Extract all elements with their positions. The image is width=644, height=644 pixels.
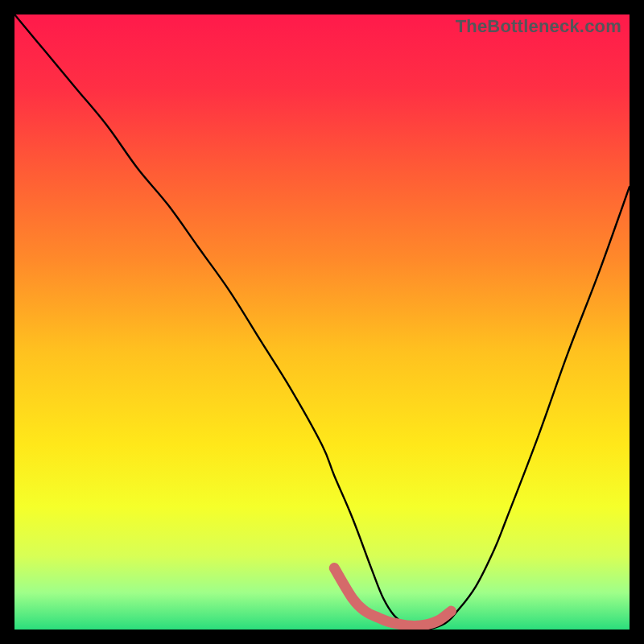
svg-rect-0: [14, 14, 630, 630]
chart-frame: TheBottleneck.com: [14, 14, 630, 630]
heat-gradient-background: [14, 14, 630, 630]
watermark-label: TheBottleneck.com: [456, 16, 621, 37]
